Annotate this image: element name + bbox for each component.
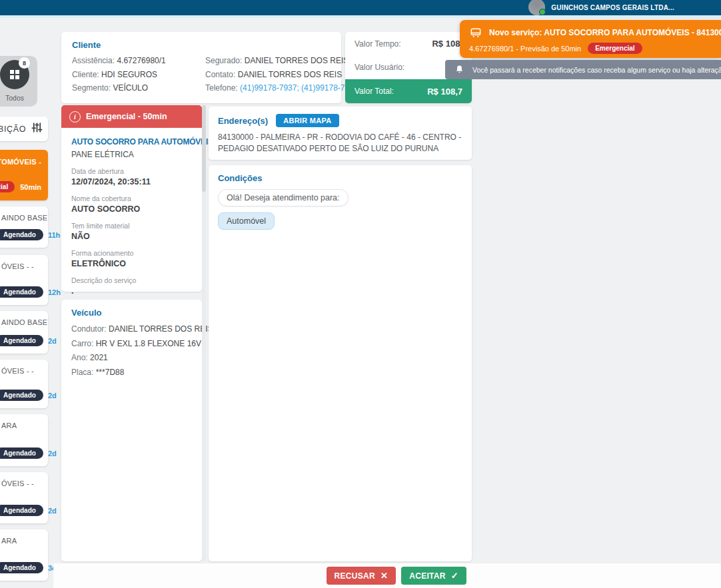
toast-subtitle: 4.67276980/1 - Previsão de 50min [469,45,581,53]
new-service-toast[interactable]: Novo serviço: AUTO SOCORRO PARA AUTOMÓVE… [460,20,721,58]
top-bar: GUINCHOS CAMPOS GERAIS LTDA... [0,0,721,15]
avatar[interactable] [528,0,545,15]
service-item-time: 2d [48,449,57,457]
todos-count-badge: 8 [19,57,30,69]
field-descricao-servico: Descrição do serviço . [71,276,192,296]
service-item-title: AINDO BASE [0,318,48,326]
service-item-time: 2d [48,507,57,515]
condicoes-card: Condições Olá! Deseja atendimento para: … [209,165,472,561]
service-item-time: 2d [48,392,57,400]
service-item-title: ÓVEIS - - [0,262,48,270]
field-nome-cobertura: Nome da cobertura AUTO SOCORRO [71,194,192,214]
emergencial-header: i Emergencial - 50min [61,105,202,128]
topbar-accent-strip [0,15,721,18]
toast-emergencial-badge: Emergencial [588,43,642,54]
todos-label: Todos [0,94,37,102]
close-icon: ✕ [380,571,388,581]
veiculo-card: Veículo Condutor: DANIEL TORRES DOS REIS… [61,300,202,561]
service-item-title: ÓVEIS - - [0,367,48,375]
sidebar-item-todos[interactable]: 8 Todos [0,56,37,107]
company-name: GUINCHOS CAMPOS GERAIS LTDA... [551,4,674,11]
status-badge: Agendado [0,505,43,516]
service-item-time: 11h [48,231,60,239]
valor-tempo-row: Valor Tempo: R$ 108, [345,32,472,56]
notifications-banner-text: Você passará a receber notificações caso… [472,66,721,74]
segmento-row: Segmento: VEÍCULO [72,81,195,95]
sidebar-service-item[interactable]: AINDO BASE Agendado 2d [0,311,48,354]
telefone-row: Telefone: (41)99178-7937; (41)99178-7937 [205,81,359,95]
ano-row: Ano: 2021 [71,351,192,365]
valor-total-row: Valor Total: R$ 108,7 [345,79,472,103]
emergencial-header-label: Emergencial - 50min [86,112,167,121]
scrollbar-track [202,105,206,561]
veiculo-title: Veículo [71,308,192,318]
sidebar-item-active-service[interactable]: UTOMÓVEIS - gencial 50min [0,150,48,200]
toast-title: Novo serviço: AUTO SOCORRO PARA AUTOMÓVE… [489,28,721,37]
endereco-address: 84130000 - PALMEIRA - PR - RODOVIA DO CA… [218,132,462,154]
service-item-title: ARA [0,537,48,545]
service-item-title: ARA [0,422,48,430]
chat-question-bubble: Olá! Deseja atendimento para: [218,189,349,206]
cliente-row: Cliente: HDI SEGUROS [72,68,195,82]
endereco-card: Endereço(s) ABRIR MAPA 84130000 - PALMEI… [209,107,472,160]
field-limite-material: Tem limite material NÃO [71,222,192,241]
account-menu[interactable]: GUINCHOS CAMPOS GERAIS LTDA... [528,0,674,15]
service-item-time: 12h [48,288,61,296]
bell-icon [454,65,464,75]
aceitar-label: ACEITAR [409,571,446,581]
active-service-time: 50min [20,183,41,191]
info-icon: i [69,111,81,123]
service-subtitle: PANE ELÉTRICA [71,150,192,159]
abrir-mapa-button[interactable]: ABRIR MAPA [276,114,339,127]
action-footer: RECUSAR ✕ ACEITAR ✓ [53,563,721,588]
endereco-title: Endereço(s) [218,116,268,126]
assistencia-row: Assistência: 4.67276980/1 [72,54,195,68]
condicoes-title: Condições [218,173,462,183]
service-item-title: AINDO BASE [0,214,48,222]
service-title: AUTO SOCORRO PARA AUTOMÓVEIS [71,137,192,147]
scrollbar-thumb[interactable] [202,105,206,192]
active-service-title: UTOMÓVEIS - [0,158,41,166]
status-badge: Agendado [0,229,43,240]
check-icon: ✓ [451,571,458,581]
sidebar-service-item[interactable]: AINDO BASE Agendado 11h [0,206,48,248]
notifications-banner: Você passará a receber notificações caso… [445,60,721,79]
segurado-row: Segurado: DANIEL TORRES DOS REIS [205,54,359,68]
recusar-button[interactable]: RECUSAR ✕ [327,567,396,585]
field-data-abertura: Data de abertura 12/07/2024, 20:35:11 [71,167,192,186]
chat-answer-bubble: Automóvel [218,212,275,230]
carro-row: Carro: HR V EXL 1.8 FLEXONE 16V [71,337,192,351]
tow-truck-icon [469,26,482,39]
sidebar-service-item[interactable]: ARA Agendado 2d [0,414,48,466]
field-forma-acionamento: Forma acionamento ELETRÔNICO [71,249,192,268]
service-item-time: 2d [48,337,57,345]
display-filter-button[interactable]: IBIÇÃO [0,117,48,141]
emergencial-badge: gencial [0,181,15,192]
recusar-label: RECUSAR [335,571,375,581]
status-badge: Agendado [0,447,43,459]
cliente-title: Cliente [72,40,331,50]
sidebar-service-item[interactable]: ÓVEIS - - Agendado 2d [0,472,48,523]
service-item-title: ÓVEIS - - [0,479,48,487]
status-badge: Agendado [0,562,43,573]
service-detail-card: AUTO SOCORRO PARA AUTOMÓVEIS PANE ELÉTRI… [61,128,202,292]
sidebar-service-item[interactable]: ÓVEIS - - Agendado 2d [0,360,48,408]
cliente-card: Cliente Assistência: 4.67276980/1 Client… [61,32,341,103]
status-badge: Agendado [0,390,43,401]
sidebar-service-item[interactable]: ARA Agendado 3d [0,529,48,581]
phone-link[interactable]: (41)99178-7937; (41)99178-7937 [240,83,358,93]
sidebar-service-item[interactable]: ÓVEIS - - Agendado 12h [0,255,48,305]
aceitar-button[interactable]: ACEITAR ✓ [401,567,466,585]
placa-row: Placa: ***7D88 [71,366,192,380]
online-status-dot [539,9,546,15]
status-badge: Agendado [0,286,43,298]
condutor-row: Condutor: DANIEL TORRES DOS REIS [71,322,192,336]
display-filter-label: IBIÇÃO [0,125,26,134]
status-badge: Agendado [0,335,43,346]
sliders-icon [31,121,43,137]
contato-row: Contato: DANIEL TORRES DOS REIS [205,68,359,82]
